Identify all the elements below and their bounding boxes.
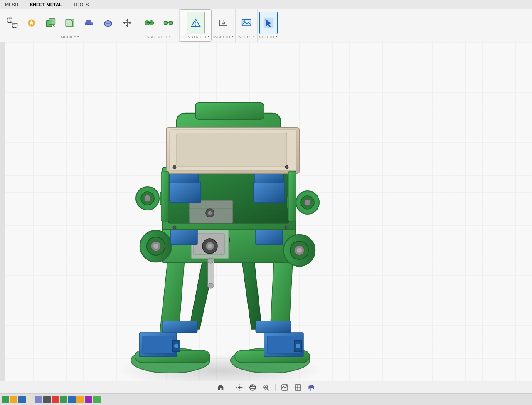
insert-dropdown-arrow: ▾	[253, 35, 255, 38]
viewcube-button[interactable]	[306, 383, 316, 392]
statusbar-icon-5[interactable]	[35, 396, 42, 403]
toolbar-separator-1	[230, 384, 230, 391]
toolbar-separator-2	[275, 384, 276, 391]
pan-button[interactable]	[234, 383, 244, 392]
svg-point-86	[285, 226, 288, 229]
construct-label: CONSTRUCT	[182, 35, 207, 39]
svg-point-85	[173, 226, 176, 229]
select-box-button[interactable]	[3, 12, 22, 34]
viewport[interactable]	[0, 42, 532, 381]
construct-button[interactable]	[187, 12, 205, 34]
svg-rect-5	[49, 19, 55, 25]
svg-point-67	[144, 195, 151, 202]
box-3d-button[interactable]	[99, 12, 117, 34]
statusbar-icon-8[interactable]	[60, 396, 67, 403]
svg-rect-103	[295, 385, 301, 390]
statusbar-icon-9[interactable]	[68, 396, 76, 403]
toolbar: MODIFY ▾	[0, 9, 532, 42]
display-mode-button[interactable]	[280, 383, 290, 392]
svg-point-88	[285, 165, 288, 169]
menu-sheet-metal[interactable]: SHEET METAL	[28, 1, 64, 8]
statusbar-icon-7[interactable]	[52, 396, 59, 403]
svg-rect-33	[143, 336, 173, 353]
select-cursor-button[interactable]	[259, 12, 278, 34]
create-sheet-button[interactable]	[61, 12, 79, 34]
grid-toggle-button[interactable]	[293, 383, 303, 392]
svg-rect-41	[256, 321, 291, 333]
toolbar-section-construct: CONSTRUCT ▾	[180, 9, 212, 42]
insert-image-button[interactable]	[237, 12, 256, 34]
svg-rect-57	[256, 227, 283, 245]
statusbar-icon-10[interactable]	[76, 396, 84, 403]
zoom-fit-button[interactable]	[261, 383, 271, 392]
bottom-toolbar	[0, 381, 532, 393]
insert-label: INSERT	[238, 35, 253, 39]
home-view-button[interactable]	[216, 383, 226, 392]
svg-rect-77	[177, 133, 287, 166]
svg-rect-82	[208, 261, 214, 286]
menu-tools[interactable]: TOOLS	[72, 1, 91, 8]
svg-rect-63	[170, 182, 201, 202]
menu-mesh[interactable]: MESH	[3, 1, 20, 8]
svg-point-95	[238, 386, 241, 389]
move-button[interactable]	[118, 12, 136, 34]
svg-rect-15	[169, 22, 173, 25]
statusbar-icon-12[interactable]	[93, 396, 101, 403]
modify-label: MODIFY	[61, 35, 76, 39]
svg-point-83	[207, 258, 214, 263]
svg-rect-56	[170, 227, 197, 245]
toolbar-section-inspect: INSPECT ▾	[212, 9, 236, 42]
svg-point-81	[208, 211, 212, 215]
svg-rect-40	[162, 321, 197, 333]
svg-point-84	[207, 283, 214, 288]
svg-line-99	[267, 389, 269, 390]
svg-point-87	[173, 165, 176, 169]
statusbar-icon-4[interactable]	[27, 396, 34, 403]
create-component-button[interactable]	[42, 12, 60, 34]
assemble-label: ASSEMBLE	[147, 35, 169, 39]
assemble-dropdown-arrow: ▾	[169, 35, 171, 38]
svg-point-51	[153, 244, 158, 249]
svg-line-6	[53, 25, 55, 27]
svg-point-96	[250, 385, 256, 390]
statusbar-icon-11[interactable]	[85, 396, 92, 403]
toolbar-section-select: SELECT ▾	[258, 9, 279, 42]
menu-bar: MESH SHEET METAL TOOLS	[0, 0, 532, 9]
svg-rect-74	[195, 103, 264, 119]
extrude-button[interactable]	[80, 12, 98, 34]
toolbar-section-assemble: ASSEMBLE ▾	[138, 9, 180, 42]
orbit-button[interactable]	[248, 383, 258, 392]
robot-model	[66, 63, 382, 381]
inspect-label: INSPECT	[213, 35, 231, 39]
statusbar-icon-1[interactable]	[2, 396, 9, 403]
svg-rect-91	[161, 171, 169, 221]
svg-rect-64	[254, 182, 285, 202]
statusbar-icon-2[interactable]	[10, 396, 17, 403]
statusbar-icon-6[interactable]	[43, 396, 51, 403]
capture-design-button[interactable]	[22, 12, 41, 34]
joint-button[interactable]	[140, 12, 158, 34]
svg-point-35	[174, 343, 179, 348]
inspect-dropdown-arrow: ▾	[232, 35, 234, 38]
construct-dropdown-arrow: ▾	[208, 35, 209, 38]
modify-dropdown-arrow: ▾	[77, 35, 79, 38]
measure-button[interactable]	[214, 12, 232, 34]
svg-point-39	[296, 343, 300, 348]
svg-point-47	[208, 244, 212, 248]
toolbar-section-modify: MODIFY ▾	[2, 9, 138, 42]
left-ruler	[0, 42, 5, 381]
status-bar: COMMENTS 🔔 ⚠ ℹ ⚙ 🌐 👤	[0, 393, 532, 405]
joint2-button[interactable]	[159, 12, 177, 34]
svg-rect-14	[164, 22, 168, 25]
select-dropdown-arrow: ▾	[276, 35, 278, 38]
svg-rect-24	[242, 19, 251, 26]
toolbar-section-insert: INSERT ▾	[236, 9, 258, 42]
svg-rect-23	[222, 22, 225, 24]
select-label: SELECT	[259, 35, 275, 39]
svg-rect-8	[87, 20, 91, 25]
statusbar-icon-3[interactable]	[18, 396, 26, 403]
svg-rect-92	[288, 171, 296, 221]
svg-point-70	[304, 199, 311, 206]
svg-point-55	[297, 248, 302, 253]
